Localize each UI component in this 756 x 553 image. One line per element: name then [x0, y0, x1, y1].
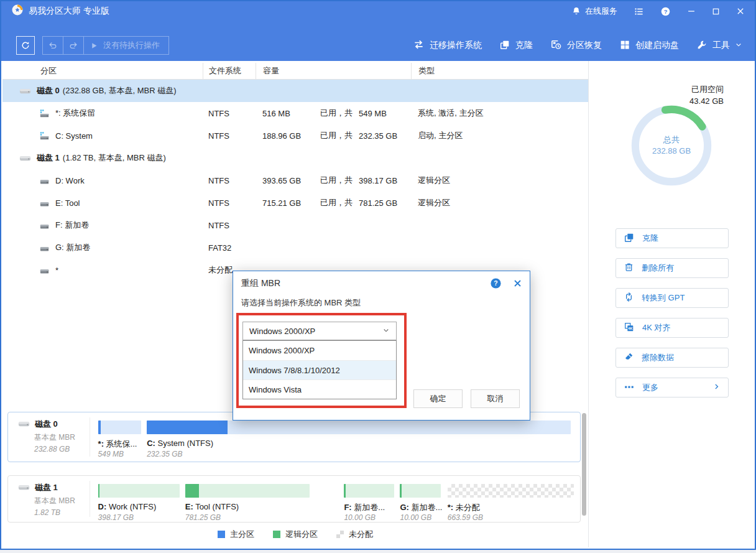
toolbar-action-label: 工具: [712, 40, 730, 51]
partition-cell: *: 系统保留: [2, 108, 203, 119]
partition-segment[interactable]: [185, 484, 310, 498]
redo-icon: [68, 40, 78, 50]
partition-cell: 磁盘 1(1.82 TB, 基本盘, MBR 磁盘): [2, 152, 203, 164]
sidebar-button-4[interactable]: 4K4K 对齐: [615, 318, 729, 338]
toolbar-action-3[interactable]: 分区恢复: [550, 39, 602, 52]
legend-item: 逻辑分区: [273, 529, 318, 540]
sidebar-button-6[interactable]: 更多: [615, 378, 729, 397]
toolbar-action-label: 分区恢复: [567, 40, 602, 51]
close-button[interactable]: [736, 7, 745, 16]
dropdown-option[interactable]: Windows 7/8/8.1/10/2012: [243, 360, 396, 379]
operation-list-button[interactable]: [634, 6, 644, 17]
main-area: 分区 文件系统 容量 类型 磁盘 0(232.88 GB, 基本盘, MBR 磁…: [2, 61, 754, 547]
toolbar-action-1[interactable]: 迁移操作系统: [413, 39, 482, 52]
type-cell: 逻辑分区: [411, 175, 588, 186]
sidebar-button-label: 更多: [642, 382, 658, 393]
convert-icon: [624, 292, 634, 304]
partition-name: F: 新加卷: [55, 220, 89, 231]
dialog-close-icon[interactable]: [513, 279, 522, 288]
maximize-icon: [712, 7, 720, 16]
partition-system-icon: [40, 109, 50, 118]
disk-row[interactable]: 磁盘 1(1.82 TB, 基本盘, MBR 磁盘): [2, 147, 588, 169]
svg-text:?: ?: [664, 8, 668, 14]
refresh-button[interactable]: [16, 36, 35, 55]
partition-segment[interactable]: [344, 484, 394, 498]
disk-card-info[interactable]: 磁盘 0基本盘 MBR232.88 GB: [8, 417, 90, 457]
help-button[interactable]: ?: [660, 6, 671, 17]
disk-row[interactable]: 磁盘 0(232.88 GB, 基本盘, MBR 磁盘): [2, 80, 588, 102]
partition-cell: C: System: [2, 131, 203, 141]
play-icon: [90, 42, 98, 50]
dropdown-option[interactable]: Windows Vista: [243, 379, 396, 399]
dialog-help-icon[interactable]: ?: [490, 277, 502, 289]
titlebar: 易我分区大师 专业版 在线服务 ?: [1, 1, 755, 21]
partition-cell: 磁盘 0(232.88 GB, 基本盘, MBR 磁盘): [2, 85, 203, 96]
partition-segment[interactable]: [98, 484, 180, 498]
capacity-joiner: 已用，共: [320, 175, 353, 186]
undo-button[interactable]: [43, 37, 63, 54]
column-header-type: 类型: [411, 63, 588, 79]
partition-segment-label: F: 新加卷...: [344, 502, 385, 513]
partition-row[interactable]: C: SystemNTFS188.96 GB已用，共232.35 GB启动, 主…: [2, 124, 588, 147]
sidebar-button-3[interactable]: 转换到 GPT: [615, 288, 729, 308]
execute-operations-button[interactable]: 没有待执行操作: [83, 37, 168, 54]
vertical-scrollbar[interactable]: [582, 413, 586, 516]
type-cell: 逻辑分区: [411, 197, 588, 208]
partition-row[interactable]: F: 新加卷NTFS: [2, 214, 588, 236]
partition-segment[interactable]: [147, 421, 571, 434]
partition-row[interactable]: *: 系统保留NTFS516 MB已用，共549 MB系统, 激活, 主分区: [2, 102, 588, 124]
partition-system-icon: [40, 131, 50, 141]
partition-segment-label: G: 新加卷...: [400, 502, 442, 513]
legend: 主分区逻辑分区未分配: [2, 529, 588, 540]
partition-row[interactable]: D: WorkNTFS393.65 GB已用，共398.17 GB逻辑分区: [2, 169, 588, 192]
mbr-type-select[interactable]: Windows 2000/XP: [242, 322, 397, 340]
partition-segment-size: 398.17 GB: [98, 513, 134, 522]
dialog-title: 重组 MBR: [241, 278, 280, 289]
disk-icon: [18, 419, 30, 430]
pending-operations-group: 没有待执行操作: [42, 36, 169, 55]
maximize-button[interactable]: [712, 7, 720, 16]
clone-icon: [499, 39, 510, 52]
minimize-button[interactable]: [687, 7, 696, 16]
partition-row[interactable]: G: 新加卷FAT32: [2, 236, 588, 259]
partition-segment[interactable]: [448, 484, 574, 498]
online-service-button[interactable]: 在线服务: [571, 6, 617, 17]
capacity-cell: 393.65 GB已用，共398.17 GB: [256, 175, 411, 186]
partition-segment-size: 10.00 GB: [400, 513, 431, 522]
partition-used-fill: [147, 421, 228, 434]
disk-card-bars: D: Work (NTFS)398.17 GBE: Tool (NTFS)781…: [95, 476, 574, 522]
ok-button[interactable]: 确定: [413, 389, 463, 408]
disk-usage-donut-chart: 总共 232.88 GB: [625, 99, 718, 192]
partition-row[interactable]: E: ToolNTFS715.21 GB已用，共781.25 GB逻辑分区: [2, 192, 588, 214]
capacity-cell: 188.96 GB已用，共232.35 GB: [256, 130, 411, 141]
dialog-prompt: 请选择当前操作系统的 MBR 类型: [241, 297, 361, 309]
toolbar-action-2[interactable]: 克隆: [499, 39, 533, 52]
more-icon: [624, 381, 635, 394]
disk-card-subtype: 基本盘 MBR: [34, 496, 90, 506]
total-label: 总共: [663, 134, 680, 146]
sidebar-button-5[interactable]: 擦除数据: [615, 348, 729, 368]
partition-segment[interactable]: [98, 421, 141, 434]
mbr-type-dropdown-list: Windows 2000/XPWindows 7/8/8.1/10/2012Wi…: [242, 340, 397, 399]
partition-segment-label: C: System (NTFS): [147, 439, 213, 448]
redo-button[interactable]: [63, 37, 83, 54]
cancel-button[interactable]: 取消: [471, 389, 520, 408]
disk-card-info[interactable]: 磁盘 1基本盘 MBR1.82 TB: [8, 481, 90, 517]
toolbar-action-label: 克隆: [515, 40, 533, 51]
partition-cell: D: Work: [2, 176, 203, 185]
sidebar-button-label: 4K 对齐: [642, 322, 671, 333]
toolbar-action-4[interactable]: 创建启动盘: [619, 39, 679, 52]
disk-detail: (1.82 TB, 基本盘, MBR 磁盘): [63, 152, 166, 164]
partition-icon: [40, 266, 50, 275]
svg-text:4K: 4K: [628, 327, 633, 330]
filesystem-cell: NTFS: [203, 176, 256, 185]
sidebar-button-1[interactable]: 克隆: [615, 228, 729, 248]
dropdown-option[interactable]: Windows 2000/XP: [243, 341, 396, 360]
align4k-icon: 4K: [624, 322, 635, 335]
sidebar-button-2[interactable]: 删除所有: [615, 258, 729, 278]
partition-segment[interactable]: [400, 484, 440, 498]
table-header: 分区 文件系统 容量 类型: [2, 63, 588, 80]
legend-label: 主分区: [230, 529, 254, 540]
toolbar-action-5[interactable]: 工具: [696, 39, 742, 52]
wrench-icon: [696, 39, 708, 52]
